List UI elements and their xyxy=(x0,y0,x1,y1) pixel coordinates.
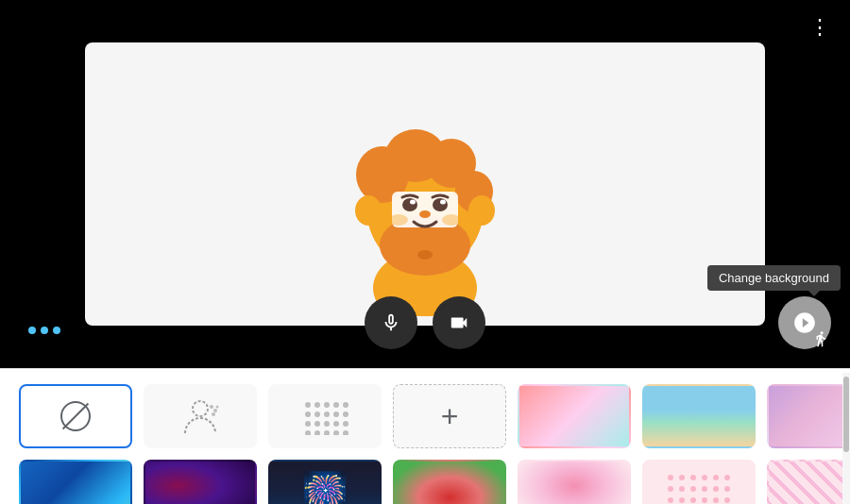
mic-button[interactable] xyxy=(365,296,417,349)
svg-point-39 xyxy=(343,421,348,427)
bg-row-1: + xyxy=(19,384,831,448)
blur-person-icon xyxy=(178,394,223,439)
svg-point-30 xyxy=(305,412,311,417)
svg-point-44 xyxy=(343,430,348,435)
svg-point-61 xyxy=(713,497,719,503)
svg-point-35 xyxy=(305,421,311,427)
svg-point-14 xyxy=(440,200,446,205)
svg-point-45 xyxy=(668,475,673,480)
svg-point-51 xyxy=(668,486,673,492)
bg-blur-strong-option[interactable] xyxy=(268,384,382,448)
svg-point-15 xyxy=(419,210,431,218)
svg-point-54 xyxy=(702,486,707,492)
svg-point-55 xyxy=(713,486,719,492)
svg-point-32 xyxy=(324,412,330,417)
svg-point-59 xyxy=(690,497,696,503)
svg-point-11 xyxy=(402,198,417,211)
svg-point-25 xyxy=(305,402,311,408)
bg-fireworks-option[interactable]: 🎆 xyxy=(268,460,382,504)
fireworks-emoji: 🎆 xyxy=(304,472,347,504)
bg-flowers-pink-option[interactable] xyxy=(518,460,631,504)
more-options-button[interactable]: ⋮ xyxy=(809,15,831,40)
svg-point-56 xyxy=(724,486,730,492)
svg-point-26 xyxy=(314,402,320,408)
bg-beach-option[interactable] xyxy=(642,384,756,448)
svg-point-38 xyxy=(333,421,339,427)
svg-point-41 xyxy=(314,430,320,435)
svg-point-58 xyxy=(679,497,685,503)
bg-sunset-option[interactable] xyxy=(518,384,631,448)
svg-point-43 xyxy=(333,430,339,435)
svg-point-52 xyxy=(679,486,685,492)
bg-nebula-option[interactable] xyxy=(144,460,257,504)
svg-point-47 xyxy=(690,475,696,480)
none-icon xyxy=(60,401,91,431)
svg-point-33 xyxy=(333,412,339,417)
avatar xyxy=(312,52,538,316)
svg-point-17 xyxy=(442,214,461,226)
pink-dots-pattern xyxy=(661,468,737,504)
svg-point-36 xyxy=(314,421,320,427)
svg-point-60 xyxy=(702,497,707,503)
svg-point-22 xyxy=(213,409,217,412)
scroll-thumb xyxy=(843,377,849,452)
bg-row-2: 🎆 xyxy=(19,460,831,504)
bg-flowers-red-option[interactable] xyxy=(393,460,506,504)
video-frame xyxy=(85,42,765,326)
svg-point-20 xyxy=(193,401,208,416)
svg-point-19 xyxy=(417,250,433,260)
svg-point-27 xyxy=(324,402,330,408)
svg-point-53 xyxy=(690,486,696,492)
bg-none-option[interactable] xyxy=(19,384,132,448)
svg-point-29 xyxy=(343,402,348,408)
svg-point-23 xyxy=(212,412,215,416)
svg-point-31 xyxy=(314,412,320,417)
svg-point-18 xyxy=(397,231,453,265)
mic-icon xyxy=(381,312,401,333)
bg-pink-pattern-option[interactable] xyxy=(767,460,850,504)
scrollbar[interactable] xyxy=(842,373,850,504)
svg-point-46 xyxy=(679,475,685,480)
svg-point-40 xyxy=(305,430,311,435)
bg-add-option[interactable]: + xyxy=(393,384,506,448)
svg-point-34 xyxy=(343,412,348,417)
svg-point-21 xyxy=(210,405,213,409)
bg-blur-slight-option[interactable] xyxy=(144,384,257,448)
avatar-container xyxy=(85,42,765,326)
bg-water-option[interactable] xyxy=(19,460,132,504)
svg-point-62 xyxy=(724,497,730,503)
svg-point-16 xyxy=(389,214,408,226)
video-section: ⋮ xyxy=(0,0,850,368)
svg-point-28 xyxy=(333,402,339,408)
svg-point-57 xyxy=(668,497,673,503)
svg-point-13 xyxy=(410,200,416,205)
svg-point-8 xyxy=(355,195,382,226)
svg-point-37 xyxy=(324,421,330,427)
svg-point-42 xyxy=(324,430,330,435)
camera-icon xyxy=(449,312,469,333)
bg-clouds-option[interactable] xyxy=(767,384,850,448)
bg-panel: + 🎆 xyxy=(0,368,850,504)
svg-point-12 xyxy=(433,198,448,211)
svg-point-50 xyxy=(724,475,730,480)
svg-point-48 xyxy=(702,475,707,480)
svg-point-49 xyxy=(713,475,719,480)
svg-point-24 xyxy=(216,406,219,409)
change-background-button[interactable] xyxy=(778,296,831,349)
svg-point-9 xyxy=(468,195,495,226)
camera-button[interactable] xyxy=(433,296,485,349)
blur-dots-icon xyxy=(300,397,349,435)
cursor-icon xyxy=(812,330,829,347)
bg-pink-dots-option[interactable] xyxy=(642,460,756,504)
controls-bar xyxy=(0,296,850,349)
add-icon: + xyxy=(441,399,459,434)
